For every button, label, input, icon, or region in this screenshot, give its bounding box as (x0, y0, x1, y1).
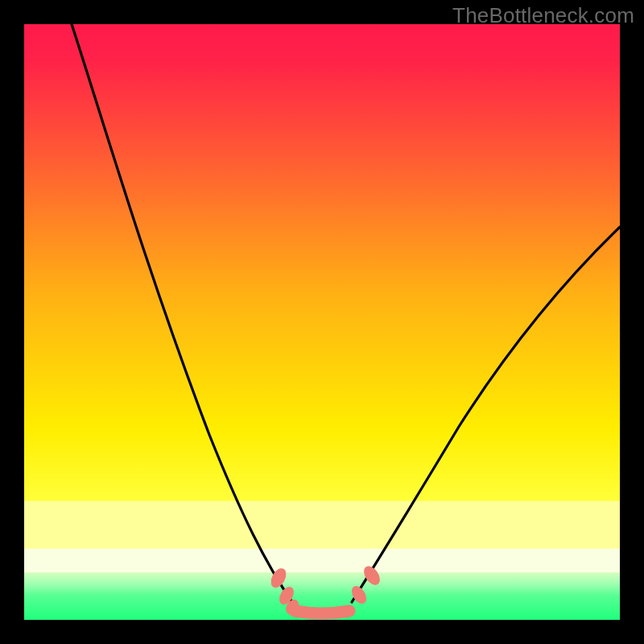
outer-frame: TheBottleneck.com (0, 0, 644, 644)
gradient-background (24, 24, 620, 620)
plot-area (24, 24, 620, 620)
chart-svg (24, 24, 620, 620)
valley-floor (295, 611, 349, 613)
